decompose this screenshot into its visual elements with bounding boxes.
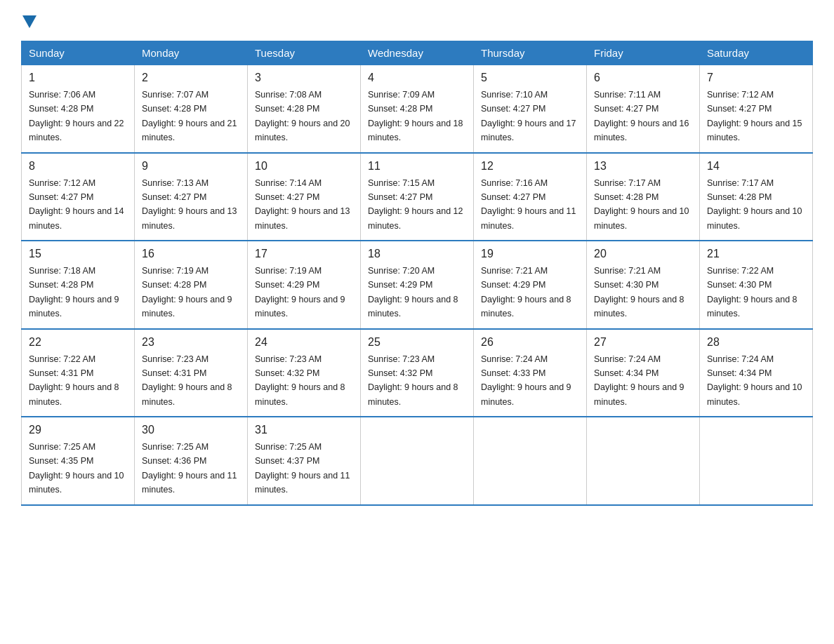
- logo-triangle-icon: [22, 15, 37, 28]
- day-number: 6: [594, 69, 692, 86]
- day-info: Sunrise: 7:19 AMSunset: 4:28 PMDaylight:…: [142, 266, 232, 318]
- calendar-cell: 22Sunrise: 7:22 AMSunset: 4:31 PMDayligh…: [22, 329, 135, 417]
- header-friday: Friday: [587, 41, 700, 65]
- calendar-cell: 6Sunrise: 7:11 AMSunset: 4:27 PMDaylight…: [587, 65, 700, 153]
- day-info: Sunrise: 7:12 AMSunset: 4:27 PMDaylight:…: [707, 90, 802, 142]
- day-info: Sunrise: 7:18 AMSunset: 4:28 PMDaylight:…: [29, 266, 119, 318]
- day-number: 31: [255, 422, 353, 438]
- day-number: 24: [255, 334, 353, 351]
- calendar-cell: 26Sunrise: 7:24 AMSunset: 4:33 PMDayligh…: [474, 329, 587, 417]
- header-sunday: Sunday: [22, 41, 135, 65]
- day-info: Sunrise: 7:21 AMSunset: 4:30 PMDaylight:…: [594, 266, 684, 318]
- calendar-cell: 28Sunrise: 7:24 AMSunset: 4:34 PMDayligh…: [700, 329, 813, 417]
- calendar-cell: 5Sunrise: 7:10 AMSunset: 4:27 PMDaylight…: [474, 65, 587, 153]
- day-number: 9: [142, 158, 240, 175]
- day-number: 3: [255, 69, 353, 86]
- day-number: 20: [594, 246, 692, 262]
- calendar-cell: 25Sunrise: 7:23 AMSunset: 4:32 PMDayligh…: [361, 329, 474, 417]
- day-number: 27: [594, 334, 692, 351]
- day-info: Sunrise: 7:09 AMSunset: 4:28 PMDaylight:…: [368, 90, 463, 142]
- day-number: 1: [29, 69, 127, 86]
- calendar-cell: 13Sunrise: 7:17 AMSunset: 4:28 PMDayligh…: [587, 153, 700, 241]
- calendar-week-row: 29Sunrise: 7:25 AMSunset: 4:35 PMDayligh…: [22, 417, 813, 505]
- day-info: Sunrise: 7:24 AMSunset: 4:33 PMDaylight:…: [481, 354, 571, 407]
- calendar-cell: 15Sunrise: 7:18 AMSunset: 4:28 PMDayligh…: [22, 241, 135, 329]
- day-number: 29: [29, 422, 127, 438]
- day-number: 5: [481, 69, 579, 86]
- calendar-cell: 27Sunrise: 7:24 AMSunset: 4:34 PMDayligh…: [587, 329, 700, 417]
- day-info: Sunrise: 7:24 AMSunset: 4:34 PMDaylight:…: [594, 354, 684, 407]
- day-number: 7: [707, 69, 805, 86]
- calendar-cell: 24Sunrise: 7:23 AMSunset: 4:32 PMDayligh…: [248, 329, 361, 417]
- day-number: 11: [368, 158, 466, 175]
- calendar-cell: 1Sunrise: 7:06 AMSunset: 4:28 PMDaylight…: [22, 65, 135, 153]
- day-info: Sunrise: 7:17 AMSunset: 4:28 PMDaylight:…: [707, 178, 802, 231]
- calendar-cell: 23Sunrise: 7:23 AMSunset: 4:31 PMDayligh…: [135, 329, 248, 417]
- header-tuesday: Tuesday: [248, 41, 361, 65]
- day-info: Sunrise: 7:10 AMSunset: 4:27 PMDaylight:…: [481, 90, 576, 142]
- header-monday: Monday: [135, 41, 248, 65]
- calendar-cell: 7Sunrise: 7:12 AMSunset: 4:27 PMDaylight…: [700, 65, 813, 153]
- day-number: 21: [707, 246, 805, 262]
- day-info: Sunrise: 7:12 AMSunset: 4:27 PMDaylight:…: [29, 178, 124, 231]
- day-number: 15: [29, 246, 127, 262]
- day-info: Sunrise: 7:14 AMSunset: 4:27 PMDaylight:…: [255, 178, 350, 231]
- day-info: Sunrise: 7:20 AMSunset: 4:29 PMDaylight:…: [368, 266, 458, 318]
- day-info: Sunrise: 7:17 AMSunset: 4:28 PMDaylight:…: [594, 178, 689, 231]
- calendar-cell: 9Sunrise: 7:13 AMSunset: 4:27 PMDaylight…: [135, 153, 248, 241]
- day-info: Sunrise: 7:08 AMSunset: 4:28 PMDaylight:…: [255, 90, 350, 142]
- calendar-week-row: 8Sunrise: 7:12 AMSunset: 4:27 PMDaylight…: [22, 153, 813, 241]
- day-info: Sunrise: 7:23 AMSunset: 4:32 PMDaylight:…: [255, 354, 345, 407]
- day-info: Sunrise: 7:23 AMSunset: 4:31 PMDaylight:…: [142, 354, 232, 407]
- day-info: Sunrise: 7:19 AMSunset: 4:29 PMDaylight:…: [255, 266, 345, 318]
- calendar-cell: 3Sunrise: 7:08 AMSunset: 4:28 PMDaylight…: [248, 65, 361, 153]
- page-header: [21, 14, 813, 27]
- calendar-week-row: 22Sunrise: 7:22 AMSunset: 4:31 PMDayligh…: [22, 329, 813, 417]
- day-number: 16: [142, 246, 240, 262]
- day-number: 25: [368, 334, 466, 351]
- day-number: 4: [368, 69, 466, 86]
- calendar-cell: 4Sunrise: 7:09 AMSunset: 4:28 PMDaylight…: [361, 65, 474, 153]
- day-info: Sunrise: 7:16 AMSunset: 4:27 PMDaylight:…: [481, 178, 576, 231]
- calendar-cell: [587, 417, 700, 505]
- calendar-week-row: 15Sunrise: 7:18 AMSunset: 4:28 PMDayligh…: [22, 241, 813, 329]
- day-number: 19: [481, 246, 579, 262]
- calendar-week-row: 1Sunrise: 7:06 AMSunset: 4:28 PMDaylight…: [22, 65, 813, 153]
- day-info: Sunrise: 7:22 AMSunset: 4:30 PMDaylight:…: [707, 266, 797, 318]
- day-number: 17: [255, 246, 353, 262]
- calendar-cell: 31Sunrise: 7:25 AMSunset: 4:37 PMDayligh…: [248, 417, 361, 505]
- day-info: Sunrise: 7:13 AMSunset: 4:27 PMDaylight:…: [142, 178, 237, 231]
- header-saturday: Saturday: [700, 41, 813, 65]
- day-number: 13: [594, 158, 692, 175]
- calendar-cell: 19Sunrise: 7:21 AMSunset: 4:29 PMDayligh…: [474, 241, 587, 329]
- logo: [21, 14, 38, 27]
- day-info: Sunrise: 7:23 AMSunset: 4:32 PMDaylight:…: [368, 354, 458, 407]
- day-number: 28: [707, 334, 805, 351]
- header-wednesday: Wednesday: [361, 41, 474, 65]
- day-number: 18: [368, 246, 466, 262]
- calendar-cell: 14Sunrise: 7:17 AMSunset: 4:28 PMDayligh…: [700, 153, 813, 241]
- calendar-cell: 11Sunrise: 7:15 AMSunset: 4:27 PMDayligh…: [361, 153, 474, 241]
- calendar-cell: 16Sunrise: 7:19 AMSunset: 4:28 PMDayligh…: [135, 241, 248, 329]
- calendar-cell: 10Sunrise: 7:14 AMSunset: 4:27 PMDayligh…: [248, 153, 361, 241]
- calendar-cell: [700, 417, 813, 505]
- day-info: Sunrise: 7:06 AMSunset: 4:28 PMDaylight:…: [29, 90, 124, 142]
- day-info: Sunrise: 7:15 AMSunset: 4:27 PMDaylight:…: [368, 178, 463, 231]
- calendar-table: SundayMondayTuesdayWednesdayThursdayFrid…: [21, 41, 813, 506]
- day-number: 10: [255, 158, 353, 175]
- calendar-cell: 29Sunrise: 7:25 AMSunset: 4:35 PMDayligh…: [22, 417, 135, 505]
- calendar-cell: 2Sunrise: 7:07 AMSunset: 4:28 PMDaylight…: [135, 65, 248, 153]
- day-number: 30: [142, 422, 240, 438]
- calendar-cell: [361, 417, 474, 505]
- calendar-cell: 21Sunrise: 7:22 AMSunset: 4:30 PMDayligh…: [700, 241, 813, 329]
- day-number: 2: [142, 69, 240, 86]
- day-number: 26: [481, 334, 579, 351]
- header-thursday: Thursday: [474, 41, 587, 65]
- calendar-header-row: SundayMondayTuesdayWednesdayThursdayFrid…: [22, 41, 813, 65]
- day-number: 8: [29, 158, 127, 175]
- day-info: Sunrise: 7:25 AMSunset: 4:37 PMDaylight:…: [255, 442, 350, 495]
- calendar-cell: [474, 417, 587, 505]
- day-info: Sunrise: 7:21 AMSunset: 4:29 PMDaylight:…: [481, 266, 571, 318]
- day-info: Sunrise: 7:25 AMSunset: 4:36 PMDaylight:…: [142, 442, 237, 495]
- calendar-cell: 12Sunrise: 7:16 AMSunset: 4:27 PMDayligh…: [474, 153, 587, 241]
